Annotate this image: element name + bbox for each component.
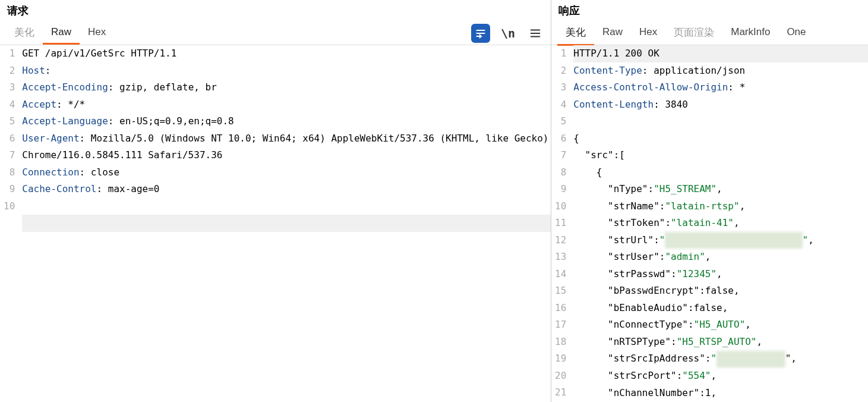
menu-icon[interactable] bbox=[526, 24, 545, 43]
code-line[interactable]: "strSrcIpAddress":"████████████", bbox=[573, 350, 868, 368]
code-line[interactable]: Host: bbox=[22, 62, 551, 80]
code-line[interactable]: User-Agent: Mozilla/5.0 (Windows NT 10.0… bbox=[22, 130, 551, 164]
code-line[interactable]: Cache-Control: max-age=0 bbox=[22, 181, 551, 198]
code-line[interactable]: "src":[ bbox=[573, 147, 868, 164]
tab-response-one[interactable]: One bbox=[778, 21, 814, 45]
code-line[interactable]: Accept-Encoding: gzip, deflate, br bbox=[22, 79, 551, 96]
tab-response-markinfo[interactable]: MarkInfo bbox=[722, 21, 778, 45]
code-line[interactable]: "bEnableAudio":false, bbox=[573, 300, 868, 317]
response-tabbar: 美化 Raw Hex 页面渲染 MarkInfo One bbox=[551, 21, 868, 45]
tab-response-pretty[interactable]: 美化 bbox=[557, 21, 594, 46]
tab-request-pretty[interactable]: 美化 bbox=[6, 21, 43, 46]
wrap-toggle-icon[interactable] bbox=[471, 24, 490, 43]
tab-request-raw[interactable]: Raw bbox=[43, 21, 80, 45]
code-line[interactable] bbox=[573, 113, 868, 130]
code-line[interactable]: Connection: close bbox=[22, 164, 551, 181]
tab-response-hex[interactable]: Hex bbox=[631, 21, 665, 45]
response-code[interactable]: 123456789101112131415161718192021 HTTP/1… bbox=[551, 45, 868, 402]
code-line[interactable]: "strUser":"admin", bbox=[573, 249, 868, 266]
code-line[interactable]: "nRTSPType":"H5_RTSP_AUTO", bbox=[573, 334, 868, 351]
request-title: 请求 bbox=[0, 0, 551, 21]
code-line[interactable]: "strSrcPort":"554", bbox=[573, 368, 868, 385]
code-line[interactable] bbox=[22, 215, 551, 232]
code-line[interactable]: "nConnectType":"H5_AUTO", bbox=[573, 316, 868, 334]
code-line[interactable]: Content-Type: application/json bbox=[573, 62, 868, 80]
code-line[interactable]: "nChannelNumber":1, bbox=[573, 385, 868, 402]
code-line[interactable]: "bPasswdEncrypt":false, bbox=[573, 282, 868, 300]
request-pane: 请求 美化 Raw Hex \n 12345678910 GET /api/v1… bbox=[0, 0, 551, 402]
code-line[interactable]: "nType":"H5_STREAM", bbox=[573, 181, 868, 198]
code-line[interactable]: { bbox=[573, 130, 868, 147]
tab-request-hex[interactable]: Hex bbox=[80, 21, 114, 45]
code-line[interactable]: Accept: */* bbox=[22, 96, 551, 114]
code-line[interactable]: Access-Control-Allow-Origin: * bbox=[573, 79, 868, 96]
tab-response-render[interactable]: 页面渲染 bbox=[665, 21, 722, 46]
request-toolbar: \n bbox=[471, 24, 545, 43]
code-line[interactable]: HTTP/1.1 200 OK bbox=[573, 45, 868, 62]
response-title: 响应 bbox=[551, 0, 868, 21]
code-line[interactable]: "strName":"latain-rtsp", bbox=[573, 198, 868, 215]
code-line[interactable]: { bbox=[573, 164, 868, 181]
code-line[interactable]: "strToken":"latain-41", bbox=[573, 215, 868, 232]
code-line[interactable]: Accept-Language: en-US;q=0.9,en;q=0.8 bbox=[22, 113, 551, 130]
request-tabbar: 美化 Raw Hex \n bbox=[0, 21, 551, 45]
code-line[interactable]: GET /api/v1/GetSrc HTTP/1.1 bbox=[22, 45, 551, 62]
tab-response-raw[interactable]: Raw bbox=[594, 21, 631, 45]
code-line[interactable] bbox=[22, 198, 551, 215]
newline-toggle-icon[interactable]: \n bbox=[498, 24, 517, 43]
code-line[interactable]: "strUrl":"████████████████████████", bbox=[573, 232, 868, 249]
code-line[interactable]: "strPasswd":"12345", bbox=[573, 266, 868, 283]
request-code[interactable]: 12345678910 GET /api/v1/GetSrc HTTP/1.1H… bbox=[0, 45, 551, 402]
response-pane: 响应 美化 Raw Hex 页面渲染 MarkInfo One 12345678… bbox=[551, 0, 868, 402]
code-line[interactable]: Content-Length: 3840 bbox=[573, 96, 868, 114]
